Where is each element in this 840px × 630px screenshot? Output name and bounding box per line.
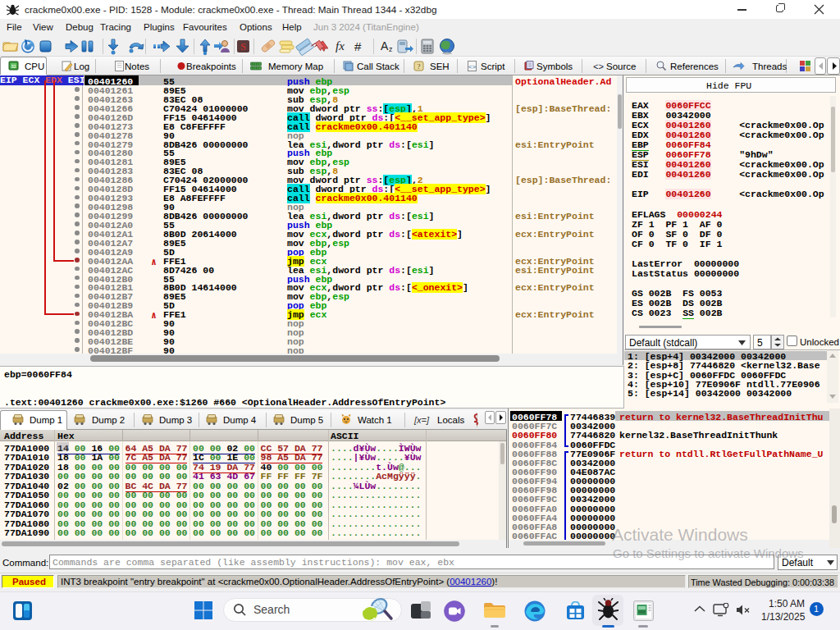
svg-text:S: S bbox=[240, 41, 246, 52]
svg-text:<>: <> bbox=[468, 63, 477, 71]
svg-text:z: z bbox=[389, 45, 393, 53]
svg-text:A: A bbox=[381, 39, 389, 52]
svg-text:#: # bbox=[354, 39, 362, 53]
svg-text:fx: fx bbox=[336, 39, 345, 52]
svg-text:32: 32 bbox=[11, 64, 16, 69]
svg-text:?: ? bbox=[418, 62, 421, 71]
svg-text:<>: <> bbox=[593, 62, 604, 72]
